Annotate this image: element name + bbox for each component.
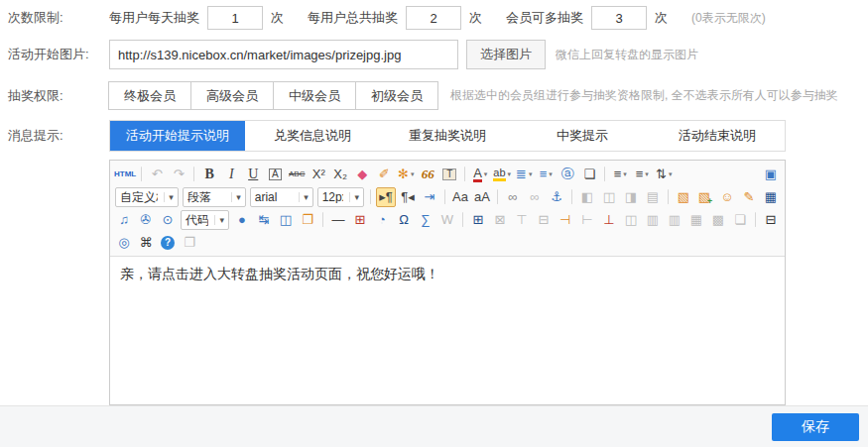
new-doc-icon[interactable]: ❏ — [579, 165, 599, 184]
search-replace-icon[interactable]: ⌘ — [136, 233, 156, 253]
word-image-icon[interactable]: W — [437, 210, 457, 230]
table-title-icon[interactable]: ⊤ — [512, 210, 532, 230]
paste-icon[interactable]: ❐ — [180, 233, 199, 253]
permission-row: 抽奖权限: 终极会员高级会员中级会员初级会员 根据选中的会员组进行参与抽奖资格限… — [0, 81, 868, 110]
tab-redeem-info[interactable]: 兑奖信息说明 — [245, 121, 380, 151]
dir-ltr-icon[interactable]: ▸¶ — [376, 187, 396, 207]
special-char-icon[interactable]: Ω — [394, 210, 414, 230]
tab-win-notice[interactable]: 中奖提示 — [515, 121, 650, 151]
blockquote-icon[interactable]: 66 — [418, 165, 437, 184]
indent-icon[interactable]: ⇥ — [420, 187, 439, 207]
code-language-select[interactable]: 代码语言 — [181, 210, 229, 230]
insert-code-icon[interactable]: ● — [232, 210, 252, 230]
redo-icon[interactable]: ↷ — [169, 165, 188, 184]
date-icon[interactable]: ⊞ — [350, 210, 370, 230]
print-icon[interactable]: ⊟ — [761, 210, 781, 230]
doc-preview-icon[interactable]: ❏ — [730, 210, 750, 230]
attachment-icon[interactable]: ✇ — [136, 210, 156, 230]
italic-icon[interactable]: I — [221, 165, 241, 184]
limits-row: 次数限制: 每用户每天抽奖 次 每用户总共抽奖 次 会员可多抽奖 次 (0表示无… — [0, 6, 868, 30]
auto-anchor-icon[interactable]: ⓐ — [558, 165, 577, 184]
snapshot-icon[interactable]: ⊙ — [158, 210, 178, 230]
time-icon[interactable]: ◔ — [372, 210, 392, 230]
anchor-icon[interactable]: ⚓ — [547, 187, 566, 207]
toolbar-row-4: ◎⌘?❐ — [113, 231, 782, 254]
insert-image-icon[interactable]: ▧ — [695, 187, 715, 207]
formula-icon[interactable]: ∑ — [416, 210, 435, 230]
bold-icon[interactable]: B — [199, 165, 219, 184]
delete-table-icon[interactable]: ⊠ — [490, 210, 510, 230]
pagebreak-icon[interactable]: ↹ — [254, 210, 274, 230]
scrawl-icon[interactable]: ✎ — [739, 187, 759, 207]
source-icon[interactable]: HTML — [114, 165, 136, 184]
help-icon[interactable]: ? — [158, 233, 178, 253]
image-right-icon[interactable]: ◨ — [621, 187, 641, 207]
table-left-icon[interactable]: ▥ — [643, 210, 663, 230]
group-junior-member[interactable]: 初级会员 — [355, 81, 438, 110]
image-icon[interactable]: ▧ — [674, 187, 693, 207]
insert-col-icon[interactable]: ⊣ — [556, 210, 575, 230]
video-icon[interactable]: ▦ — [761, 187, 781, 207]
total-limit-input[interactable] — [406, 6, 461, 30]
tab-activity-end-note[interactable]: 活动结束说明 — [650, 121, 785, 151]
font-border-icon[interactable]: A — [265, 165, 285, 184]
strikethrough-icon[interactable]: ABC — [287, 165, 307, 184]
align-justify-icon[interactable]: ≡ — [610, 165, 630, 184]
undo-icon[interactable]: ↶ — [147, 165, 167, 184]
table-right-icon[interactable]: ▥ — [665, 210, 684, 230]
dir-rtl-icon[interactable]: ¶◂ — [398, 187, 418, 207]
font-color-icon[interactable]: A — [470, 165, 490, 184]
tab-activity-start-note[interactable]: 活动开始提示说明 — [110, 121, 245, 151]
insert-row-icon[interactable]: ⊟ — [534, 210, 554, 230]
auto-typeset-icon[interactable]: ✻ — [396, 165, 416, 184]
group-ultimate-member[interactable]: 终极会员 — [108, 81, 191, 110]
unlink-icon[interactable]: ∞ — [525, 187, 545, 207]
member-extra-limit-input[interactable] — [591, 6, 647, 30]
ordered-list-icon[interactable]: ≣ — [514, 165, 534, 184]
hr-icon[interactable]: — — [328, 210, 348, 230]
to-lowercase-icon[interactable]: aA — [472, 187, 492, 207]
table-full-icon[interactable]: ▦ — [686, 210, 706, 230]
tab-repeat-draw-note[interactable]: 重复抽奖说明 — [380, 121, 515, 151]
permission-label: 抽奖权限: — [0, 87, 109, 105]
superscript-icon[interactable]: X² — [309, 165, 328, 184]
editor-body[interactable]: 亲，请点击进入大转盘抽奖活动页面，祝您好运哦！ — [110, 257, 785, 404]
font-family-select[interactable]: arial — [250, 187, 313, 207]
save-button[interactable]: 保存 — [772, 413, 859, 441]
group-middle-member[interactable]: 中级会员 — [273, 81, 356, 110]
start-image-row: 活动开始图片: 选择图片 微信上回复转盘的显示图片 — [0, 40, 868, 69]
subscript-icon[interactable]: X₂ — [330, 165, 350, 184]
table-grid-icon[interactable]: ▩ — [708, 210, 728, 230]
image-left-icon[interactable]: ◧ — [577, 187, 597, 207]
paste-text-icon[interactable]: T — [439, 165, 459, 184]
music-icon[interactable]: ♫ — [114, 210, 134, 230]
remove-format-icon[interactable]: ◆ — [352, 165, 372, 184]
insert-table-icon[interactable]: ⊞ — [468, 210, 488, 230]
group-senior-member[interactable]: 高级会员 — [190, 81, 274, 110]
merge-right-icon[interactable]: ⊢ — [577, 210, 597, 230]
iframe-icon[interactable]: ◫ — [276, 210, 296, 230]
to-uppercase-icon[interactable]: Aa — [450, 187, 470, 207]
emotion-icon[interactable]: ☺ — [717, 187, 737, 207]
heading-select[interactable]: 自定义标题 — [115, 187, 179, 207]
separator — [193, 167, 194, 181]
format-brush-icon[interactable]: ✐ — [374, 165, 394, 184]
unordered-list-icon[interactable]: ≡ — [536, 165, 556, 184]
start-image-url-input[interactable] — [109, 40, 458, 69]
preview-icon[interactable]: ◎ — [114, 233, 134, 253]
daily-limit-input[interactable] — [207, 6, 263, 30]
fullscreen-icon[interactable]: ▣ — [761, 165, 781, 184]
image-inline-icon[interactable]: ◫ — [599, 187, 619, 207]
image-center-icon[interactable]: ▤ — [643, 187, 663, 207]
line-height-icon[interactable]: ⇅ — [654, 165, 674, 184]
link-icon[interactable]: ∞ — [503, 187, 523, 207]
align-center-icon[interactable]: ≡ — [632, 165, 652, 184]
merge-down-icon[interactable]: ⊥ — [599, 210, 619, 230]
font-size-select[interactable]: 12px — [317, 187, 364, 207]
split-cell-icon[interactable]: ◫ — [621, 210, 641, 230]
paragraph-select[interactable]: 段落 — [183, 187, 246, 207]
background-color-icon[interactable]: ab — [492, 165, 512, 184]
template-icon[interactable]: ❐ — [298, 210, 317, 230]
underline-icon[interactable]: U — [243, 165, 263, 184]
pick-image-button[interactable]: 选择图片 — [466, 40, 546, 69]
